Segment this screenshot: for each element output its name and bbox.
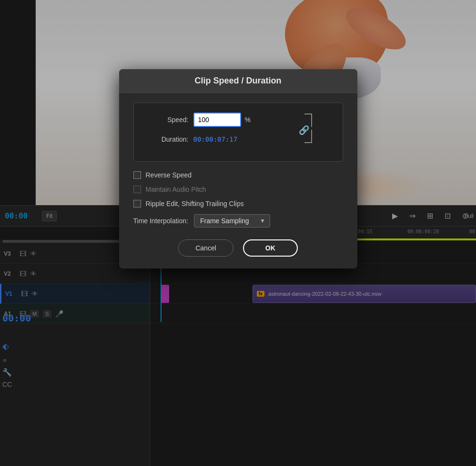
ripple-edit-checkbox[interactable] (133, 200, 141, 207)
ok-button[interactable]: OK (243, 239, 298, 257)
ripple-edit-label: Ripple Edit, Shifting Trailing Clips (146, 200, 244, 207)
reverse-speed-checkbox[interactable] (133, 171, 141, 179)
reverse-speed-row[interactable]: Reverse Speed (133, 171, 343, 179)
percent-symbol: % (245, 116, 251, 124)
speed-input[interactable] (193, 113, 241, 127)
interpolation-row: Time Interpolation: Frame Sampling Frame… (133, 214, 343, 228)
dialog-title-bar: Clip Speed / Duration (119, 69, 357, 93)
reverse-speed-label: Reverse Speed (146, 171, 192, 179)
dialog-body: Speed: % Duration: 00:00:07:17 (119, 93, 357, 269)
maintain-audio-pitch-label: Maintain Audio Pitch (146, 186, 206, 193)
interpolation-select-wrapper: Frame Sampling Frame Blending Optical Fl… (194, 214, 270, 228)
dialog-buttons: Cancel OK (133, 237, 343, 257)
cancel-button[interactable]: Cancel (178, 239, 233, 257)
ripple-edit-row[interactable]: Ripple Edit, Shifting Trailing Clips (133, 200, 343, 207)
speed-duration-fields: Speed: % Duration: 00:00:07:17 (133, 103, 343, 162)
duration-label: Duration: (146, 135, 189, 143)
maintain-audio-pitch-row: Maintain Audio Pitch (133, 186, 343, 193)
speed-label: Speed: (146, 116, 189, 124)
clip-speed-dialog: Clip Speed / Duration Speed: % Duration:… (119, 69, 357, 269)
interpolation-label: Time Interpolation: (133, 217, 188, 225)
duration-value: 00:00:07:17 (193, 135, 238, 143)
dialog-overlay: Clip Speed / Duration Speed: % Duration:… (0, 0, 476, 466)
link-icon[interactable]: 🔗 (299, 125, 309, 135)
dialog-title: Clip Speed / Duration (194, 76, 281, 85)
link-bracket: 🔗 (302, 112, 316, 145)
maintain-audio-pitch-checkbox (133, 186, 141, 193)
interpolation-select[interactable]: Frame Sampling Frame Blending Optical Fl… (194, 214, 270, 228)
